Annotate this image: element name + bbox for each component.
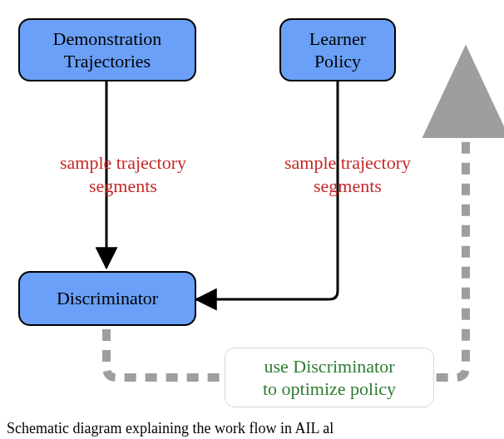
node-learner-policy: Learner Policy [279,18,396,81]
edge-label-right: sample trajectory segments [256,151,439,197]
diagram-canvas: Demonstration Trajectories Learner Polic… [0,0,504,439]
annot-line1: use Discriminator [264,356,394,377]
node-demo-line2: Trajectories [64,51,151,72]
edge-feedback-dashed [106,63,466,377]
node-demo-line1: Demonstration [53,28,162,49]
annot-line2: to optimize policy [263,378,396,399]
edge-label-right-1: sample trajectory [284,152,411,173]
node-learner-line2: Policy [314,51,361,72]
edge-label-left-1: sample trajectory [60,152,186,173]
node-discriminator: Discriminator [18,271,196,326]
node-learner-line1: Learner [309,28,366,49]
node-demonstration-trajectories: Demonstration Trajectories [18,18,196,81]
edge-label-left: sample trajectory segments [32,151,215,197]
node-disc-label: Discriminator [57,287,158,310]
edge-label-right-2: segments [314,175,382,196]
figure-caption: Schematic diagram explaining the work fl… [7,420,334,437]
annotation-optimize-policy: use Discriminator to optimize policy [225,348,434,407]
edge-label-left-2: segments [89,175,157,196]
